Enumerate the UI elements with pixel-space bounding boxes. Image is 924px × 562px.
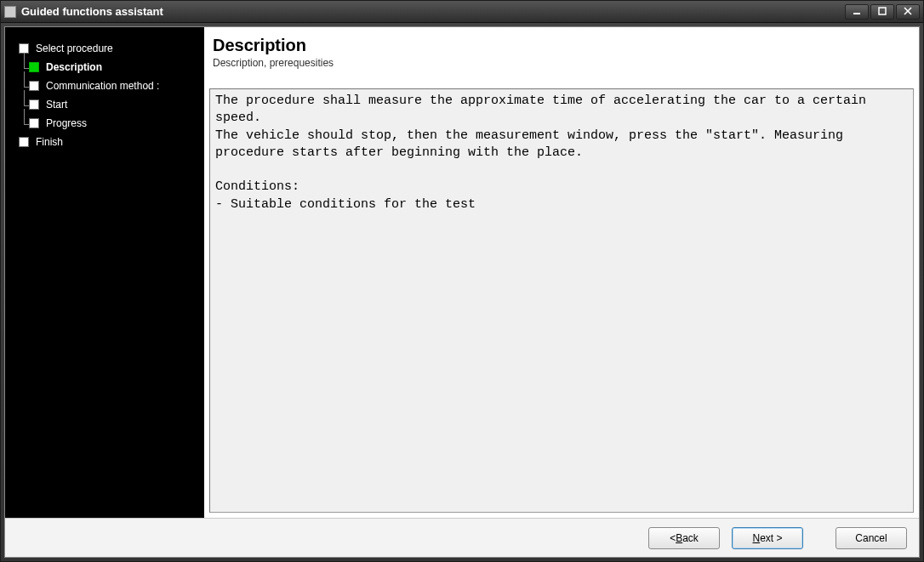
page-title: Description <box>213 36 907 55</box>
wizard-step-finish[interactable]: Finish <box>12 133 197 151</box>
step-marker-icon <box>29 62 39 72</box>
window-controls <box>845 4 920 20</box>
minimize-icon <box>853 7 861 17</box>
next-button[interactable]: Next > <box>732 527 803 549</box>
page-subtitle: Description, prerequesities <box>213 57 907 69</box>
close-button[interactable] <box>896 4 920 20</box>
window-title: Guided functions assistant <box>21 5 845 18</box>
wizard-step-progress[interactable]: Progress <box>12 114 197 133</box>
button-bar: < Back Next > Cancel <box>5 518 919 557</box>
maximize-icon <box>878 7 887 17</box>
accelerator-underline: N <box>752 532 760 544</box>
svg-rect-0 <box>853 13 860 14</box>
step-label: Description <box>46 61 102 73</box>
app-icon <box>4 6 16 18</box>
wizard-step-communication-method[interactable]: Communication method : <box>12 77 197 95</box>
step-marker-icon <box>19 137 29 147</box>
accelerator-underline: B <box>676 532 682 544</box>
wizard-sidebar: Select procedureDescriptionCommunication… <box>5 27 204 518</box>
step-marker-icon <box>29 81 39 91</box>
page-header: Description Description, prerequesities <box>204 27 919 77</box>
dialog-inner: Select procedureDescriptionCommunication… <box>4 26 920 558</box>
svg-rect-1 <box>879 8 886 14</box>
description-text[interactable]: The procedure shall measure the approxim… <box>209 88 914 513</box>
wizard-step-start[interactable]: Start <box>12 95 197 114</box>
minimize-button[interactable] <box>845 4 869 20</box>
step-label: Progress <box>46 117 87 129</box>
content-row: Select procedureDescriptionCommunication… <box>5 27 919 518</box>
step-label: Communication method : <box>46 80 159 92</box>
wizard-steps: Select procedureDescriptionCommunication… <box>12 39 197 151</box>
wizard-step-select-procedure[interactable]: Select procedure <box>12 39 197 58</box>
step-label: Select procedure <box>36 43 113 54</box>
step-marker-icon <box>29 118 39 128</box>
cancel-button[interactable]: Cancel <box>836 527 907 549</box>
wizard-step-description[interactable]: Description <box>12 58 197 77</box>
step-marker-icon <box>29 99 39 110</box>
maximize-button[interactable] <box>870 4 894 20</box>
close-icon <box>904 7 912 17</box>
titlebar[interactable]: Guided functions assistant <box>1 1 923 23</box>
back-button[interactable]: < Back <box>648 527 720 549</box>
step-label: Finish <box>36 136 63 148</box>
app-window: Guided functions assistant Select <box>0 0 924 562</box>
step-label: Start <box>46 99 67 111</box>
main-panel: Description Description, prerequesities … <box>204 27 919 518</box>
